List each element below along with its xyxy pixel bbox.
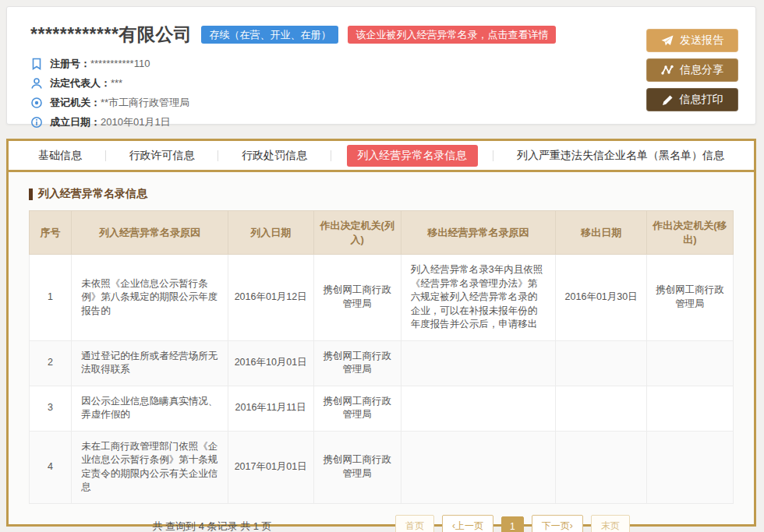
tab-item[interactable]: 行政处罚信息 bbox=[234, 145, 315, 167]
pagination: 首页‹上一页1下一页›末页 bbox=[395, 515, 630, 532]
table-cell: 2 bbox=[30, 340, 72, 386]
tab-separator bbox=[331, 150, 331, 161]
table-row: 2通过登记的住所或者经营场所无法取得联系2016年10月01日携创网工商行政管理… bbox=[30, 340, 734, 386]
table-cell bbox=[556, 386, 646, 431]
table-cell: 携创网工商行政管理局 bbox=[313, 255, 401, 341]
table-cell: 携创网工商行政管理局 bbox=[313, 340, 401, 386]
location-icon bbox=[30, 97, 43, 109]
table-cell bbox=[646, 386, 733, 431]
next-page-button[interactable]: 下一页› bbox=[532, 515, 583, 532]
column-header: 作出决定机关(列入) bbox=[313, 211, 401, 255]
table-cell: 未在工商行政管理部门依照《企业信息公示暂行条例》第十条规定责令的期限内公示有关企… bbox=[72, 431, 228, 503]
table-cell: 列入经营异常名录3年内且依照《经营异常名录管理办法》第六规定被列入经营异常名录的… bbox=[401, 255, 556, 341]
legal-representative-row: 法定代表人： *** bbox=[30, 73, 637, 93]
table-cell bbox=[646, 431, 733, 503]
table-cell: 1 bbox=[30, 255, 72, 341]
table-body: 1未依照《企业信息公示暂行条例》第八条规定的期限公示年度报告的2016年01月1… bbox=[30, 255, 734, 504]
table-footer: 共 查询到 4 条记录 共 1 页 首页‹上一页1下一页›末页 bbox=[29, 514, 734, 532]
section-title-text: 列入经营异常名录信息 bbox=[38, 187, 147, 201]
column-header: 列入日期 bbox=[228, 211, 313, 255]
table-cell: 携创网工商行政管理局 bbox=[313, 431, 401, 503]
table-cell: 因公示企业信息隐瞒真实情况、弄虚作假的 bbox=[72, 386, 228, 431]
company-header-card: ************有限公司 存续（在营、开业、在册） 该企业被列入经营异常… bbox=[6, 6, 756, 125]
share-nodes-icon bbox=[661, 65, 674, 76]
table-cell bbox=[646, 340, 733, 386]
table-cell bbox=[556, 340, 646, 386]
column-header: 移出经营异常名录原因 bbox=[401, 211, 556, 255]
table-row: 3因公示企业信息隐瞒真实情况、弄虚作假的2016年11月11日携创网工商行政管理… bbox=[30, 386, 734, 431]
record-count-summary: 共 查询到 4 条记录 共 1 页 bbox=[29, 520, 395, 532]
tab-bar: 基础信息行政许可信息行政处罚信息列入经营异常名录信息列入严重违法失信企业名单（黑… bbox=[9, 141, 754, 172]
table-cell: 通过登记的住所或者经营场所无法取得联系 bbox=[72, 340, 228, 386]
panel-content: 列入经营异常名录信息 序号列入经营异常名录原因列入日期作出决定机关(列入)移出经… bbox=[9, 172, 754, 532]
send-report-button[interactable]: 发送报告 bbox=[646, 29, 738, 52]
table-row: 1未依照《企业信息公示暂行条例》第八条规定的期限公示年度报告的2016年01月1… bbox=[30, 255, 734, 341]
table-cell: 未依照《企业信息公示暂行条例》第八条规定的期限公示年度报告的 bbox=[72, 255, 228, 341]
info-label: 法定代表人： bbox=[50, 76, 111, 90]
info-label: 注册号： bbox=[50, 57, 90, 71]
prev-page-button[interactable]: ‹上一页 bbox=[442, 515, 493, 532]
table-cell: 携创网工商行政管理局 bbox=[646, 255, 733, 341]
abnormal-list-table: 序号列入经营异常名录原因列入日期作出决定机关(列入)移出经营异常名录原因移出日期… bbox=[29, 210, 734, 504]
company-info-list: 注册号： ***********110 法定代表人： *** 登记机关： **市… bbox=[30, 54, 637, 132]
tab-separator bbox=[218, 150, 218, 161]
column-header: 列入经营异常名录原因 bbox=[72, 211, 228, 255]
table-row: 4未在工商行政管理部门依照《企业信息公示暂行条例》第十条规定责令的期限内公示有关… bbox=[30, 431, 734, 503]
info-icon bbox=[30, 116, 43, 129]
registration-authority-row: 登记机关： **市工商行政管理局 bbox=[30, 93, 637, 112]
action-button-label: 发送报告 bbox=[680, 33, 723, 48]
page-1-button[interactable]: 1 bbox=[501, 516, 524, 532]
table-cell: 2016年01月12日 bbox=[228, 255, 313, 341]
table-cell: 4 bbox=[30, 431, 72, 503]
registration-icon bbox=[30, 58, 43, 70]
abnormal-warning-badge[interactable]: 该企业被列入经营异常名录，点击查看详情 bbox=[348, 26, 556, 44]
tab-item[interactable]: 列入严重违法失信企业名单（黑名单）信息 bbox=[509, 145, 732, 167]
table-cell bbox=[401, 431, 556, 503]
action-button-label: 信息分享 bbox=[680, 63, 723, 77]
main-panel: 基础信息行政许可信息行政处罚信息列入经营异常名录信息列入严重违法失信企业名单（黑… bbox=[6, 139, 756, 527]
column-header: 移出日期 bbox=[556, 211, 646, 255]
company-name: ************有限公司 bbox=[30, 23, 192, 47]
info-value: **市工商行政管理局 bbox=[101, 96, 189, 110]
info-label: 登记机关： bbox=[50, 96, 101, 110]
section-title: 列入经营异常名录信息 bbox=[29, 187, 734, 201]
info-value: ***********110 bbox=[90, 58, 150, 69]
column-header: 作出决定机关(移出) bbox=[646, 211, 733, 255]
table-cell bbox=[401, 340, 556, 386]
table-cell: 3 bbox=[30, 386, 72, 431]
table-cell: 携创网工商行政管理局 bbox=[313, 386, 401, 431]
last-page-button[interactable]: 末页 bbox=[591, 515, 630, 532]
tab-item[interactable]: 行政许可信息 bbox=[122, 145, 203, 167]
info-label: 成立日期： bbox=[50, 115, 101, 129]
info-value: 2010年01月1日 bbox=[101, 115, 171, 129]
pencil-icon bbox=[662, 94, 674, 106]
table-cell: 2016年10月01日 bbox=[228, 340, 313, 386]
table-cell: 2016年01月30日 bbox=[556, 255, 646, 341]
first-page-button[interactable]: 首页 bbox=[395, 515, 434, 532]
table-cell: 2017年01月01日 bbox=[228, 431, 313, 503]
table-header-row: 序号列入经营异常名录原因列入日期作出决定机关(列入)移出经营异常名录原因移出日期… bbox=[30, 211, 734, 255]
tab-separator bbox=[493, 150, 493, 161]
info-value: *** bbox=[111, 77, 122, 89]
person-icon bbox=[30, 77, 43, 90]
action-button-label: 信息打印 bbox=[680, 93, 723, 107]
section-title-bar bbox=[29, 188, 33, 200]
table-cell: 2016年11月11日 bbox=[228, 386, 313, 431]
column-header: 序号 bbox=[30, 211, 72, 255]
status-badge: 存续（在营、开业、在册） bbox=[201, 26, 338, 44]
tab-item[interactable]: 基础信息 bbox=[30, 145, 90, 167]
share-info-button[interactable]: 信息分享 bbox=[646, 58, 738, 82]
paper-plane-icon bbox=[661, 35, 674, 46]
company-summary: ************有限公司 存续（在营、开业、在册） 该企业被列入经营异常… bbox=[7, 7, 637, 124]
tab-separator bbox=[105, 150, 106, 161]
registration-number-row: 注册号： ***********110 bbox=[30, 54, 637, 73]
table-cell bbox=[401, 386, 556, 431]
tab-item-active[interactable]: 列入经营异常名录信息 bbox=[347, 145, 478, 167]
print-info-button[interactable]: 信息打印 bbox=[646, 88, 738, 111]
table-cell bbox=[556, 431, 646, 503]
header-actions: 发送报告 信息分享 信息打印 bbox=[637, 7, 755, 124]
establishment-date-row: 成立日期： 2010年01月1日 bbox=[30, 112, 637, 132]
